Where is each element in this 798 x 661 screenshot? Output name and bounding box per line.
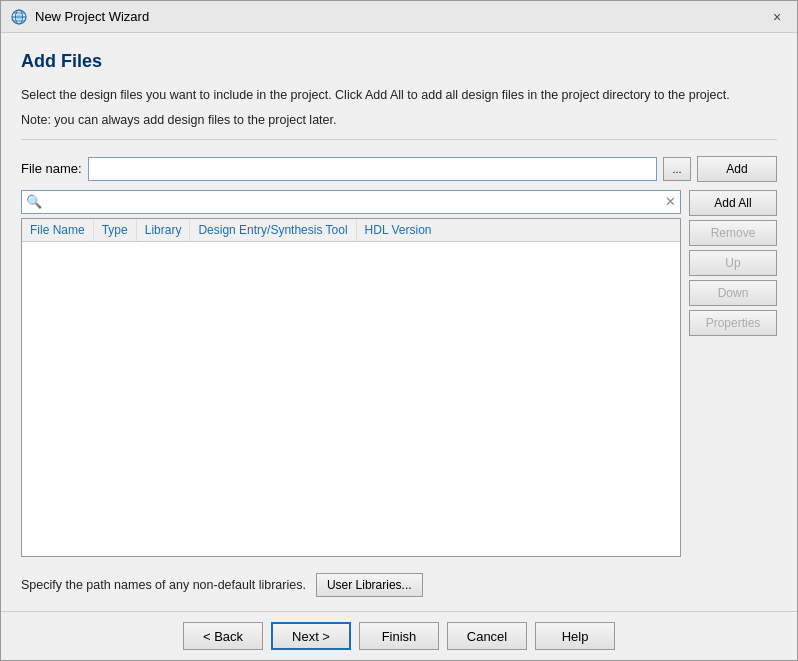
close-button[interactable]: × [767, 7, 787, 27]
title-bar: New Project Wizard × [1, 1, 797, 33]
libraries-text: Specify the path names of any non-defaul… [21, 578, 306, 592]
page-description: Select the design files you want to incl… [21, 86, 777, 105]
wizard-icon [11, 9, 27, 25]
remove-button[interactable]: Remove [689, 220, 777, 246]
title-bar-left: New Project Wizard [11, 9, 149, 25]
add-button[interactable]: Add [697, 156, 777, 182]
svg-point-5 [17, 14, 22, 19]
cancel-button[interactable]: Cancel [447, 622, 527, 650]
browse-button[interactable]: ... [663, 157, 691, 181]
page-note: Note: you can always add design files to… [21, 113, 777, 127]
file-table: File Name Type Library Design Entry/Synt… [21, 218, 681, 557]
search-input[interactable] [46, 195, 665, 209]
properties-button[interactable]: Properties [689, 310, 777, 336]
col-type: Type [94, 219, 137, 241]
next-button[interactable]: Next > [271, 622, 351, 650]
down-button[interactable]: Down [689, 280, 777, 306]
finish-button[interactable]: Finish [359, 622, 439, 650]
window-title: New Project Wizard [35, 9, 149, 24]
add-all-button[interactable]: Add All [689, 190, 777, 216]
divider [21, 139, 777, 140]
right-panel: Add All Remove Up Down Properties [689, 190, 777, 557]
up-button[interactable]: Up [689, 250, 777, 276]
file-name-input[interactable] [88, 157, 657, 181]
table-header: File Name Type Library Design Entry/Synt… [22, 219, 680, 242]
wizard-window: New Project Wizard × Add Files Select th… [0, 0, 798, 661]
left-panel: 🔍 ✕ File Name Type Library Design Entry/… [21, 190, 681, 557]
page-title: Add Files [21, 51, 777, 72]
help-button[interactable]: Help [535, 622, 615, 650]
col-hdl-version: HDL Version [357, 219, 440, 241]
footer: < Back Next > Finish Cancel Help [1, 611, 797, 660]
main-area: 🔍 ✕ File Name Type Library Design Entry/… [21, 190, 777, 557]
bottom-bar: Specify the path names of any non-defaul… [21, 565, 777, 601]
file-name-label: File name: [21, 161, 82, 176]
back-button[interactable]: < Back [183, 622, 263, 650]
content-area: Add Files Select the design files you wa… [1, 33, 797, 611]
file-input-row: File name: ... Add [21, 156, 777, 182]
col-design-tool: Design Entry/Synthesis Tool [190, 219, 356, 241]
search-icon: 🔍 [26, 194, 42, 209]
search-row: 🔍 ✕ [21, 190, 681, 214]
table-body [22, 242, 680, 522]
user-libraries-button[interactable]: User Libraries... [316, 573, 423, 597]
col-filename: File Name [22, 219, 94, 241]
col-library: Library [137, 219, 191, 241]
clear-search-icon[interactable]: ✕ [665, 195, 676, 208]
